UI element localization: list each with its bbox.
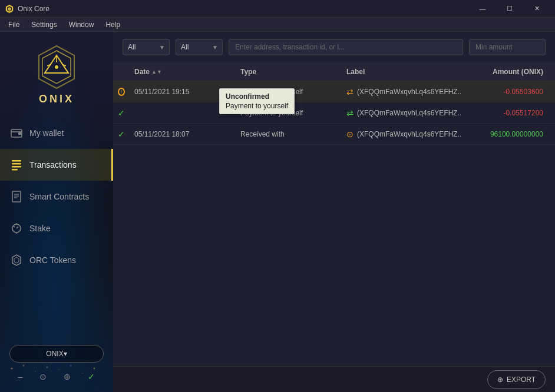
plus-circle-icon[interactable]: ⊕ (61, 370, 73, 384)
svg-point-6 (55, 65, 58, 69)
th-amount: Amount (ONIX) (461, 68, 555, 76)
row2-status: ✓ (113, 108, 130, 118)
title-bar-controls: — ☐ ✕ (469, 0, 550, 18)
row1-amount: -0.05503600 (461, 88, 555, 96)
wallet-icon (9, 126, 24, 140)
export-circle-icon: ⊕ (497, 376, 503, 384)
row3-status: ✓ (113, 129, 130, 139)
minus-icon[interactable]: – (16, 370, 25, 384)
table-row[interactable]: ! 05/11/2021 19:15 Payment to yourself ⇄… (113, 81, 555, 102)
row2-amount: -0.05517200 (461, 109, 555, 117)
sidebar-item-transactions[interactable]: Transactions (0, 149, 113, 181)
sidebar-label-transactions: Transactions (29, 160, 77, 170)
app-icon (5, 4, 14, 14)
svg-rect-11 (18, 132, 21, 135)
svg-rect-17 (12, 191, 21, 202)
table-header: Date ▲▼ Type Label Amount (ONIX) (113, 62, 555, 81)
orc-tokens-icon (9, 253, 24, 267)
table-row[interactable]: ✓ 05/11/2021 18:07 Received with ⊙ (XFQQ… (113, 124, 555, 145)
type-filter-wrapper: All ▼ (176, 39, 223, 55)
svg-rect-14 (12, 163, 21, 165)
svg-rect-13 (12, 160, 21, 162)
svg-rect-15 (12, 166, 21, 168)
row2-label: ⇄ (XFQQmFaWxqvhLq4s6YEFHZ... (342, 108, 461, 118)
svg-line-25 (16, 227, 18, 228)
sidebar-item-orc-tokens[interactable]: ORC Tokens (0, 244, 113, 276)
app-title: Onix Core (18, 5, 49, 13)
sidebar-item-my-wallet[interactable]: My wallet (0, 117, 113, 149)
nav-items: My wallet Transactions (0, 117, 113, 276)
menu-bar: File Settings Window Help (0, 18, 555, 32)
min-amount-input[interactable] (469, 39, 546, 55)
row1-label: ⇄ (XFQQmFaWxqvhLq4s6YEFHZ... (342, 87, 461, 97)
check-mark-icon: ✓ (118, 129, 125, 139)
tooltip-line2: Payment to yourself (226, 102, 288, 110)
footer-bar: ⊕ EXPORT (113, 366, 555, 392)
search-input[interactable] (229, 39, 463, 55)
sidebar-item-smart-contracts[interactable]: Smart Contracts (0, 181, 113, 212)
sidebar-item-stake[interactable]: Stake (0, 212, 113, 244)
title-bar-left: Onix Core (5, 4, 49, 14)
svg-line-24 (14, 226, 15, 227)
transfer-icon: ⇄ (346, 108, 354, 118)
menu-window[interactable]: Window (63, 19, 100, 30)
menu-help[interactable]: Help (100, 19, 126, 30)
filters-bar: All ▼ All ▼ (113, 32, 555, 62)
circle-icon[interactable]: ⊙ (37, 370, 49, 384)
smart-contracts-icon (9, 190, 24, 204)
sidebar-bottom: ONIX▾ – ⊙ ⊕ ✓ (0, 340, 113, 392)
tooltip-line1: Unconfirmed (226, 92, 288, 101)
menu-file[interactable]: File (2, 19, 25, 30)
onix-dropdown-button[interactable]: ONIX▾ (9, 345, 104, 363)
sidebar-label-stake: Stake (29, 224, 51, 233)
bottom-icons: – ⊙ ⊕ ✓ (0, 367, 113, 386)
export-button[interactable]: ⊕ EXPORT (487, 370, 546, 389)
table-row[interactable]: ✓ Payment to yourself ⇄ (XFQQmFaWxqvhLq4… (113, 102, 555, 124)
row3-type: Received with (236, 130, 342, 138)
row1-status: ! (113, 88, 130, 96)
th-label: Label (342, 68, 461, 76)
pending-transfer-icon: ⇄ (346, 87, 354, 97)
transactions-table: Date ▲▼ Type Label Amount (ONIX) ! 05/11… (113, 62, 555, 366)
menu-settings[interactable]: Settings (25, 19, 62, 30)
stake-icon (9, 221, 24, 235)
title-bar: Onix Core — ☐ ✕ (0, 0, 555, 18)
sidebar-label-orc-tokens: ORC Tokens (29, 255, 76, 265)
pending-icon: ! (118, 88, 125, 96)
th-type: Type (236, 68, 342, 76)
close-button[interactable]: ✕ (523, 0, 550, 18)
sidebar: ONIX My wallet (0, 32, 113, 392)
check-icon[interactable]: ✓ (85, 370, 97, 384)
sidebar-label-smart-contracts: Smart Contracts (29, 192, 89, 201)
main-layout: ONIX My wallet (0, 32, 555, 392)
transactions-icon (9, 158, 24, 172)
row3-date: 05/11/2021 18:07 (130, 130, 236, 138)
row3-amount: 96100.00000000 (461, 130, 555, 138)
minimize-button[interactable]: — (469, 0, 496, 18)
check-mark-icon: ✓ (118, 108, 125, 118)
export-label: EXPORT (507, 376, 536, 384)
svg-marker-26 (12, 255, 21, 265)
type-filter[interactable]: All (176, 39, 223, 55)
logo-hexagon (33, 44, 80, 91)
maximize-button[interactable]: ☐ (496, 0, 523, 18)
date-sort-icon: ▲▼ (151, 69, 162, 75)
tooltip: Unconfirmed Payment to yourself (219, 88, 295, 114)
logo-text: ONIX (39, 93, 74, 105)
th-date[interactable]: Date ▲▼ (130, 68, 236, 76)
date-filter[interactable]: All (123, 39, 170, 55)
logo-area: ONIX (0, 32, 113, 111)
row3-label: ⊙ (XFQQmFaWxqvhLq4s6YEFHZ... (342, 129, 461, 139)
sidebar-label-my-wallet: My wallet (29, 128, 64, 138)
receive-icon: ⊙ (346, 129, 354, 139)
content-area: All ▼ All ▼ Date ▲▼ (113, 32, 555, 392)
svg-marker-27 (14, 257, 19, 263)
svg-rect-16 (12, 169, 18, 171)
date-filter-wrapper: All ▼ (123, 39, 170, 55)
